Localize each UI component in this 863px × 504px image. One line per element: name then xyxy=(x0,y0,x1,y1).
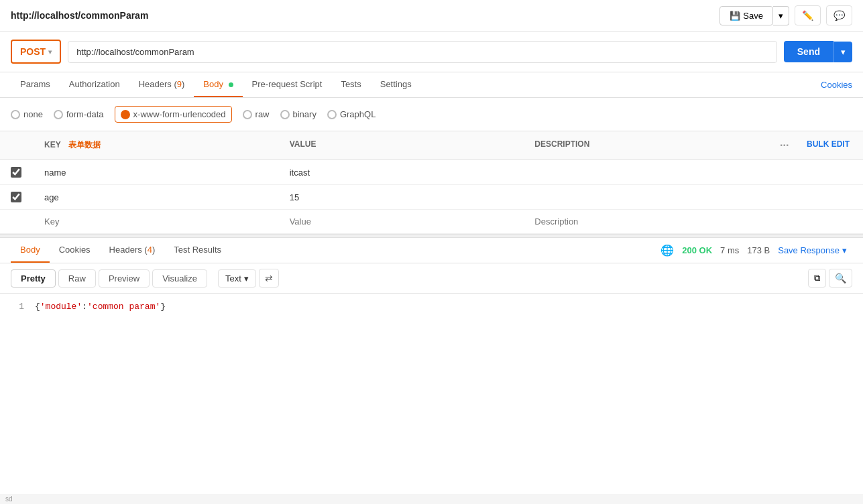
format-bar: Pretty Raw Preview Visualize Text ▾ ⇄ ⧉ … xyxy=(0,263,863,294)
save-response-chevron-icon: ▾ xyxy=(842,245,847,255)
table-row-empty xyxy=(0,210,863,234)
row2-key-cell: age xyxy=(34,185,279,209)
radio-raw[interactable]: raw xyxy=(243,109,270,119)
tab-settings[interactable]: Settings xyxy=(371,72,421,97)
body-dot xyxy=(229,82,233,87)
col-value: VALUE xyxy=(279,137,524,154)
save-button[interactable]: 💾 Save xyxy=(720,6,773,25)
radio-graphql[interactable]: GraphQL xyxy=(327,109,376,119)
format-visualize-button[interactable]: Visualize xyxy=(152,269,207,288)
method-label: POST xyxy=(20,46,46,57)
send-btn-group: Send ▾ xyxy=(784,41,852,62)
top-bar: http://localhost/commonParam 💾 Save ▾ ✏️… xyxy=(0,0,863,32)
status-size: 173 B xyxy=(747,245,770,255)
chevron-down-icon: ▾ xyxy=(779,11,783,21)
save-dropdown-button[interactable]: ▾ xyxy=(773,6,789,25)
bottom-bar: sd xyxy=(0,494,863,504)
row1-value-value: itcast xyxy=(290,168,310,178)
copy-button[interactable]: ⧉ xyxy=(808,269,826,288)
row1-key-cell: name xyxy=(34,160,279,184)
empty-desc-cell[interactable] xyxy=(524,210,769,233)
tab-params[interactable]: Params xyxy=(11,72,60,97)
empty-desc-input[interactable] xyxy=(534,216,758,227)
form-section: KEY 表单数据 VALUE DESCRIPTION ··· Bulk Edit… xyxy=(0,131,863,234)
line-numbers: 1 xyxy=(11,302,24,312)
col-dots: ··· xyxy=(769,137,796,154)
line-number-1: 1 xyxy=(11,302,24,312)
wrap-button[interactable]: ⇄ xyxy=(259,269,279,288)
row1-desc-cell xyxy=(524,160,769,184)
format-raw-button[interactable]: Raw xyxy=(58,269,96,288)
row1-checkbox-cell xyxy=(0,160,34,184)
search-button[interactable]: 🔍 xyxy=(829,269,852,288)
save-response-button[interactable]: Save Response ▾ xyxy=(778,245,847,255)
empty-key-input[interactable] xyxy=(44,216,268,227)
edit-icon-button[interactable]: ✏️ xyxy=(795,5,821,25)
method-select[interactable]: POST ▾ xyxy=(11,40,61,64)
chinese-label: 表单数据 xyxy=(68,140,101,149)
row1-dots-cell xyxy=(769,160,796,184)
search-icon: 🔍 xyxy=(835,273,846,284)
body-options: none form-data x-www-form-urlencoded raw… xyxy=(0,98,863,131)
row1-checkbox[interactable] xyxy=(11,167,21,178)
row2-key-value: age xyxy=(44,192,59,202)
format-pretty-button[interactable]: Pretty xyxy=(11,269,56,288)
radio-binary[interactable]: binary xyxy=(280,109,317,119)
response-tabs: Body Cookies Headers (4) Test Results 🌐 … xyxy=(0,238,863,263)
response-tab-cookies[interactable]: Cookies xyxy=(50,238,100,263)
radio-x-www-form-urlencoded[interactable]: x-www-form-urlencoded xyxy=(115,106,232,123)
tab-pre-request[interactable]: Pre-request Script xyxy=(243,72,332,97)
bottom-left-label: sd xyxy=(5,495,13,503)
save-btn-wrapper: 💾 Save ▾ xyxy=(720,6,789,25)
row1-value-cell: itcast xyxy=(279,160,524,184)
col-description: DESCRIPTION xyxy=(524,137,769,154)
tab-tests[interactable]: Tests xyxy=(331,72,370,97)
comment-icon-button[interactable]: 💬 xyxy=(826,5,852,25)
empty-value-cell[interactable] xyxy=(279,210,524,233)
row1-bulk-cell xyxy=(796,160,863,184)
text-format-chevron-icon: ▾ xyxy=(244,273,249,284)
row2-bulk-cell xyxy=(796,185,863,209)
send-button[interactable]: Send xyxy=(784,41,833,62)
status-time: 7 ms xyxy=(720,245,739,255)
wrap-icon: ⇄ xyxy=(265,273,273,284)
radio-circle-binary xyxy=(280,110,290,119)
radio-circle-form-data xyxy=(54,110,63,119)
table-header: KEY 表单数据 VALUE DESCRIPTION ··· Bulk Edit xyxy=(0,131,863,160)
radio-form-data[interactable]: form-data xyxy=(54,109,104,119)
tab-headers[interactable]: Headers (9) xyxy=(129,72,194,97)
send-dropdown-button[interactable]: ▾ xyxy=(833,42,852,62)
globe-icon: 🌐 xyxy=(660,244,674,257)
floppy-icon: 💾 xyxy=(730,11,740,21)
row2-checkbox-cell xyxy=(0,185,34,209)
response-tab-headers[interactable]: Headers (4) xyxy=(100,238,165,263)
dots-icon: ··· xyxy=(780,139,789,151)
row2-dots-cell xyxy=(769,185,796,209)
response-status: 🌐 200 OK 7 ms 173 B Save Response ▾ xyxy=(655,244,852,257)
row2-value-cell: 15 xyxy=(279,185,524,209)
response-tab-test-results[interactable]: Test Results xyxy=(164,238,231,263)
format-preview-button[interactable]: Preview xyxy=(99,269,150,288)
col-bulk-edit[interactable]: Bulk Edit xyxy=(796,137,863,154)
radio-circle-urlencoded xyxy=(121,110,130,119)
code-content: {'module':'common param'} xyxy=(35,302,852,312)
status-ok: 200 OK xyxy=(682,245,712,255)
url-input[interactable] xyxy=(68,41,777,63)
request-tabs: Params Authorization Headers (9) Body Pr… xyxy=(0,72,863,98)
table-row: name itcast xyxy=(0,160,863,185)
response-tab-body[interactable]: Body xyxy=(11,238,50,263)
cookies-link[interactable]: Cookies xyxy=(821,73,852,97)
row1-key-value: name xyxy=(44,168,66,178)
top-bar-actions: 💾 Save ▾ ✏️ 💬 xyxy=(720,5,852,25)
text-format-select[interactable]: Text ▾ xyxy=(218,269,256,288)
col-key: KEY 表单数据 xyxy=(34,137,279,154)
code-output-area: 1 {'module':'common param'} xyxy=(0,294,863,320)
empty-value-input[interactable] xyxy=(290,216,514,227)
radio-none[interactable]: none xyxy=(11,109,43,119)
table-row: age 15 xyxy=(0,185,863,210)
save-label: Save xyxy=(743,11,763,21)
empty-key-cell[interactable] xyxy=(34,210,279,233)
tab-body[interactable]: Body xyxy=(194,72,242,97)
row2-checkbox[interactable] xyxy=(11,192,21,202)
tab-authorization[interactable]: Authorization xyxy=(60,72,129,97)
